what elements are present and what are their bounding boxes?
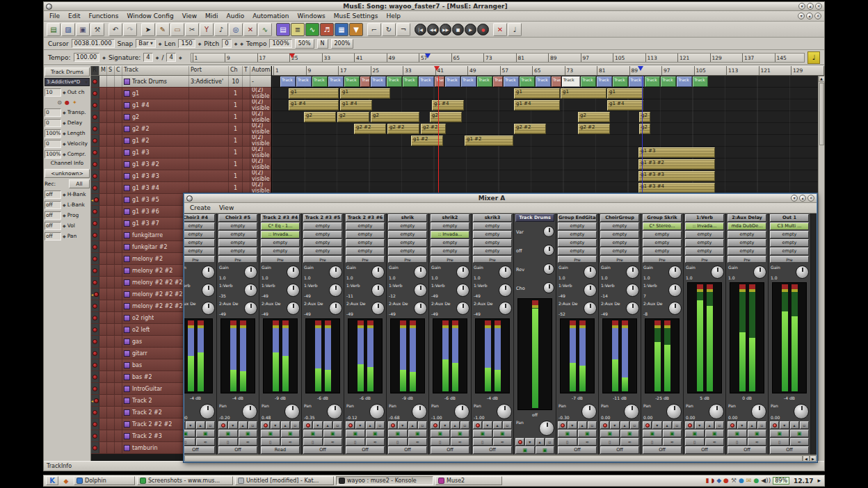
record-cell[interactable] (91, 371, 99, 382)
len-value[interactable]: 150 (178, 39, 195, 48)
record-cell[interactable] (91, 277, 99, 288)
track-port[interactable] (189, 123, 229, 134)
output-routing-button[interactable]: ▣ (663, 430, 682, 437)
mute-cell[interactable] (99, 442, 107, 453)
effect-slot[interactable]: empty (685, 231, 724, 238)
record-arm-icon[interactable] (93, 91, 97, 96)
strip-name-button[interactable]: Track 2 #3 #4 (261, 214, 300, 222)
record-button[interactable] (261, 421, 270, 429)
pan-knob[interactable] (284, 404, 300, 419)
midi-part[interactable]: g1 (607, 88, 643, 99)
redo-icon[interactable]: ↷ (123, 23, 137, 36)
record-arm-icon[interactable] (93, 115, 97, 120)
pre-fader-button[interactable]: Pre (261, 256, 300, 263)
knob-rev[interactable] (543, 263, 554, 275)
effect-slot[interactable]: empty (388, 222, 427, 230)
gain-knob[interactable] (668, 266, 682, 279)
gain-knob[interactable] (456, 266, 469, 279)
solo-cell[interactable] (107, 277, 115, 288)
input-routing-button[interactable]: ▣ (218, 430, 238, 437)
monitor-button[interactable]: ▫ (673, 421, 682, 429)
track-channel[interactable]: 1 (229, 123, 243, 134)
effect-slot[interactable]: empty (643, 231, 682, 238)
effect-slot[interactable]: empty (184, 239, 215, 247)
pan-knob[interactable] (412, 404, 427, 419)
track-channel[interactable]: 1 (229, 158, 243, 170)
automation-mode-button[interactable]: Off (218, 446, 257, 454)
punch-in-icon[interactable]: ⌐ (367, 23, 381, 36)
column-header-track[interactable]: Track (122, 66, 189, 75)
input-thru-icon[interactable]: ⊙ (57, 99, 62, 106)
effect-slot[interactable]: empty (685, 239, 724, 247)
midi-part[interactable]: Track (360, 76, 370, 87)
mute-cell[interactable] (99, 277, 107, 288)
zoom-50-button[interactable]: 50% (295, 39, 314, 49)
mute-button[interactable]: ▾ (186, 421, 195, 429)
solo-cell[interactable] (107, 430, 115, 441)
gain-knob[interactable] (796, 266, 809, 279)
spinner-icon[interactable]: ◆ (63, 203, 66, 207)
pan-knob[interactable] (454, 404, 469, 419)
scroll-left-icon[interactable]: ◀ (803, 455, 810, 462)
forward-icon[interactable]: ▶▶ (440, 24, 451, 35)
output-routing-button[interactable]: ▣ (323, 430, 343, 437)
right-locator-marker[interactable] (425, 54, 431, 58)
pan-knob[interactable] (709, 404, 724, 419)
midi-part[interactable]: g1 #3 #2 (638, 159, 715, 170)
effect-slot[interactable]: empty (346, 247, 385, 255)
midi-part[interactable]: g2 #2 (514, 124, 546, 134)
effect-slot[interactable]: C3 Multi ... (770, 222, 809, 230)
midi-part[interactable]: g2 (371, 112, 419, 122)
effect-slot[interactable]: :: Invada... (685, 222, 724, 230)
monitor-button[interactable]: ▫ (588, 421, 597, 429)
pre-fader-button[interactable]: Pre (184, 256, 215, 263)
record-arm-icon[interactable] (93, 221, 97, 226)
program-field[interactable]: off (45, 211, 61, 220)
mute-cell[interactable] (99, 76, 107, 87)
panel-hide-icon[interactable]: ▸ (817, 476, 821, 485)
monitor-button[interactable]: ▫ (248, 421, 257, 429)
aux-send-knob[interactable] (499, 302, 512, 315)
aux-send-knob[interactable] (626, 284, 639, 297)
strip-name-button[interactable]: skrik3 (473, 214, 512, 222)
output-routing-button[interactable]: ▣ (790, 430, 810, 437)
spinner-icon[interactable]: ◆ (63, 121, 66, 125)
midi-part[interactable]: g1 #4 (514, 100, 560, 111)
strip-name-button[interactable]: Track 2 #3 #5 (303, 214, 342, 222)
record-arm-icon[interactable] (94, 292, 99, 297)
stereo-button[interactable]: ≈ (451, 438, 470, 446)
strip-name-button[interactable]: Group EndGitarr (558, 214, 597, 222)
input-routing-button[interactable]: ▣ (685, 430, 705, 437)
pan-field[interactable]: off (45, 232, 61, 241)
effect-slot[interactable]: empty (473, 222, 512, 230)
midi-part[interactable]: g1 #4 (340, 100, 372, 111)
strip-name-button[interactable]: Choir3 #4 (184, 214, 215, 222)
track-automation[interactable]: 0(2) visible (250, 158, 271, 170)
automation-mode-button[interactable]: Off (473, 446, 512, 454)
stereo-button[interactable]: ≈ (366, 438, 385, 446)
effect-slot[interactable]: empty (600, 247, 639, 255)
record-cell[interactable] (91, 99, 99, 111)
undo-icon[interactable]: ↶ (108, 23, 122, 36)
track-port[interactable] (189, 135, 229, 146)
midi-part[interactable]: Track (445, 76, 460, 87)
midi-part[interactable]: g2 (304, 112, 336, 122)
record-cell[interactable] (91, 88, 99, 99)
automation-mode-button[interactable]: Off (558, 446, 597, 454)
midi-part[interactable]: Track (461, 76, 476, 87)
gain-knob[interactable] (371, 266, 385, 279)
solo-cell[interactable] (107, 348, 115, 359)
effect-slot[interactable]: empty (261, 247, 300, 255)
midi-part[interactable]: Track (645, 76, 660, 87)
mono-button[interactable]: ▯ (685, 438, 705, 446)
solo-cell[interactable] (107, 194, 115, 205)
track-row[interactable]: g1 #3 #310(2) visible (91, 170, 271, 182)
solo-cell[interactable] (107, 182, 115, 193)
gain-knob[interactable] (584, 266, 597, 279)
record-button[interactable] (473, 421, 482, 429)
mute-cell[interactable] (99, 194, 107, 205)
solo-cell[interactable] (107, 158, 115, 170)
midi-part[interactable]: Track (328, 76, 344, 87)
knob-off[interactable] (543, 245, 554, 256)
solo-button[interactable]: ▴ (620, 421, 629, 429)
